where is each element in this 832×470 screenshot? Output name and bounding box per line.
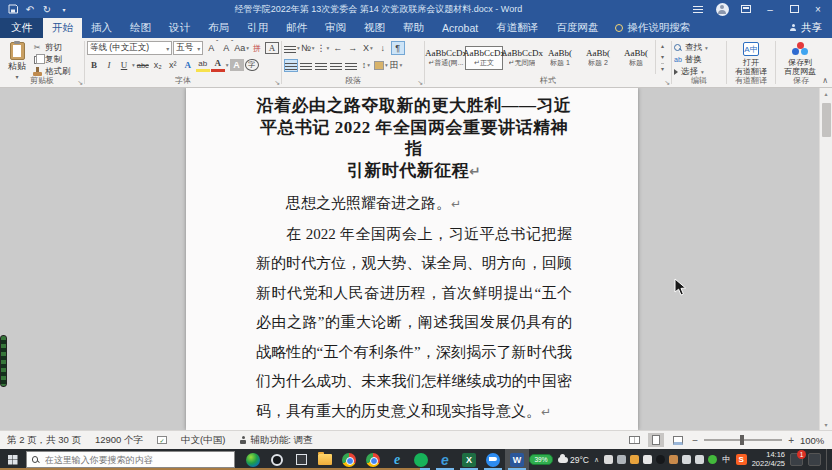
tab-插入[interactable]: 插入 xyxy=(82,18,121,38)
increase-indent-icon[interactable]: → xyxy=(346,41,360,55)
font-color-icon[interactable]: A xyxy=(211,58,225,72)
tab-绘图[interactable]: 绘图 xyxy=(121,18,160,38)
qat-customize-icon[interactable]: ▾ xyxy=(59,3,69,15)
document-page[interactable]: 沿着必由之路夺取新的更大胜利——习近平总书记 2022 年全国两会重要讲话精神指… xyxy=(186,88,638,430)
tell-me-search[interactable]: 操作说明搜索 xyxy=(607,18,698,38)
tab-Acrobat[interactable]: Acrobat xyxy=(433,18,487,38)
notification-icon-1[interactable]: 1 xyxy=(790,453,803,466)
user-avatar[interactable] xyxy=(712,1,732,17)
ribbon-display-options-icon[interactable] xyxy=(736,1,756,17)
collapse-ribbon-icon[interactable]: ∧ xyxy=(822,76,828,85)
sogou-input-icon[interactable]: S xyxy=(736,454,747,465)
start-button[interactable] xyxy=(0,449,26,470)
tab-设计[interactable]: 设计 xyxy=(160,18,199,38)
ime-indicator[interactable]: 中 xyxy=(722,454,731,466)
microphone-icon[interactable] xyxy=(604,455,613,464)
qq-icon[interactable] xyxy=(656,455,665,464)
read-mode-button[interactable] xyxy=(626,433,642,447)
accessibility-status[interactable]: 辅助功能: 调查 xyxy=(232,434,319,447)
tab-有道翻译[interactable]: 有道翻译 xyxy=(487,18,547,38)
open-youdao-button[interactable]: A中 打开 有道翻译 xyxy=(729,40,773,76)
tab-审阅[interactable]: 审阅 xyxy=(316,18,355,38)
style-card[interactable]: AaBb(标题 xyxy=(617,46,655,70)
tab-开始[interactable]: 开始 xyxy=(43,18,82,38)
cut-button[interactable]: ✂剪切 xyxy=(32,42,71,53)
chrome-icon[interactable] xyxy=(337,449,361,470)
style-gallery-scroll[interactable]: ▴ ▾ ▾ xyxy=(655,40,669,74)
tab-file[interactable]: 文件 xyxy=(0,18,43,38)
style-card[interactable]: AaBb(标题 2 xyxy=(579,46,617,70)
copy-button[interactable]: 复制 xyxy=(32,54,71,65)
numbering-icon[interactable]: №▾ xyxy=(301,41,315,55)
home-icon[interactable] xyxy=(643,455,652,464)
tab-引用[interactable]: 引用 xyxy=(238,18,277,38)
text-effects-icon[interactable]: A xyxy=(181,58,195,72)
character-border-icon[interactable]: A xyxy=(265,41,279,55)
asian-layout-icon[interactable]: X▾ xyxy=(361,41,375,55)
distribute-icon[interactable] xyxy=(344,59,358,72)
proofing-status[interactable]: ✓ xyxy=(150,436,174,444)
photos-icon[interactable] xyxy=(630,455,639,464)
grow-font-icon[interactable]: A xyxy=(204,41,218,55)
shrink-font-icon[interactable]: A xyxy=(219,41,233,55)
style-card[interactable]: AaBbCcDx↵正文 xyxy=(465,46,503,70)
weather-indicator[interactable]: 29°C xyxy=(558,455,589,465)
decrease-indent-icon[interactable]: ← xyxy=(331,41,345,55)
web-layout-button[interactable] xyxy=(670,433,686,447)
save-to-baidu-button[interactable]: 保存到 百度网盘 xyxy=(778,40,822,76)
dingtalk-icon[interactable] xyxy=(481,449,505,470)
scrollbar-thumb[interactable] xyxy=(822,103,831,137)
replace-button[interactable]: ab替换 xyxy=(674,54,724,65)
style-gallery-more-icon[interactable]: ▾ xyxy=(661,63,664,72)
file-explorer-icon[interactable] xyxy=(313,449,337,470)
font-name-combo[interactable]: 等线 (中文正文)▾ xyxy=(87,41,172,55)
volume-icon[interactable] xyxy=(695,455,704,464)
style-card[interactable]: AaBbCcDx↵无间隔 xyxy=(503,46,541,70)
print-layout-button[interactable] xyxy=(648,433,664,447)
paragraph-dialog-launcher-icon[interactable]: ↘ xyxy=(417,79,423,87)
minimize-icon[interactable]: – xyxy=(760,1,780,17)
underline-icon[interactable]: U xyxy=(117,58,131,72)
zoom-slider[interactable] xyxy=(704,439,782,441)
bullets-icon[interactable]: ▾ xyxy=(284,41,300,55)
show-desktop-button[interactable] xyxy=(826,449,830,470)
font-dialog-launcher-icon[interactable]: ↘ xyxy=(274,79,280,87)
page-info[interactable]: 第 2 页，共 30 页 xyxy=(0,434,88,447)
style-scroll-up-icon[interactable]: ▴ xyxy=(661,42,664,49)
line-spacing-icon[interactable]: ↕▾ xyxy=(359,58,373,72)
subscript-icon[interactable]: x₂ xyxy=(151,58,165,72)
tab-布局[interactable]: 布局 xyxy=(199,18,238,38)
style-card[interactable]: AaBb(标题 1 xyxy=(541,46,579,70)
character-shading-icon[interactable]: A xyxy=(230,58,244,72)
align-left-icon[interactable] xyxy=(284,59,298,72)
chrome-icon-2[interactable] xyxy=(361,449,385,470)
task-view-icon[interactable] xyxy=(289,449,313,470)
word-icon[interactable]: W xyxy=(505,449,529,470)
language-status[interactable]: 中文(中国) xyxy=(174,434,232,447)
scroll-up-icon[interactable]: ▴ xyxy=(824,88,827,99)
sort-icon[interactable]: ↓ xyxy=(376,41,390,55)
monitor-icon[interactable] xyxy=(682,455,691,464)
enclose-characters-icon[interactable]: 字 xyxy=(245,58,259,72)
text-highlight-icon[interactable]: ab xyxy=(196,58,210,72)
edge-icon[interactable]: e xyxy=(433,449,457,470)
antivirus-icon[interactable] xyxy=(708,455,717,464)
align-center-icon[interactable] xyxy=(299,59,313,72)
taskbar-search-input[interactable] xyxy=(43,454,229,466)
style-card[interactable]: AaBbCcDx↵普通(网... xyxy=(427,46,465,70)
style-scroll-down-icon[interactable]: ▾ xyxy=(661,53,664,60)
shading-icon[interactable]: ▾ xyxy=(374,58,388,72)
tab-百度网盘[interactable]: 百度网盘 xyxy=(547,18,607,38)
find-button[interactable]: 查找▾ xyxy=(674,42,724,53)
restore-icon[interactable] xyxy=(784,1,804,17)
display-cast-icon[interactable] xyxy=(617,455,626,464)
notification-icon-2[interactable] xyxy=(808,453,821,466)
wallet-icon[interactable] xyxy=(669,455,678,464)
styles-dialog-launcher-icon[interactable]: ↘ xyxy=(664,79,670,87)
share-button[interactable]: 共享 xyxy=(779,18,832,38)
scroll-down-icon[interactable]: ▾ xyxy=(824,419,827,430)
tab-视图[interactable]: 视图 xyxy=(355,18,394,38)
excel-icon[interactable]: X xyxy=(457,449,481,470)
document-area[interactable]: 沿着必由之路夺取新的更大胜利——习近平总书记 2022 年全国两会重要讲话精神指… xyxy=(0,88,832,430)
justify-icon[interactable] xyxy=(329,59,343,72)
